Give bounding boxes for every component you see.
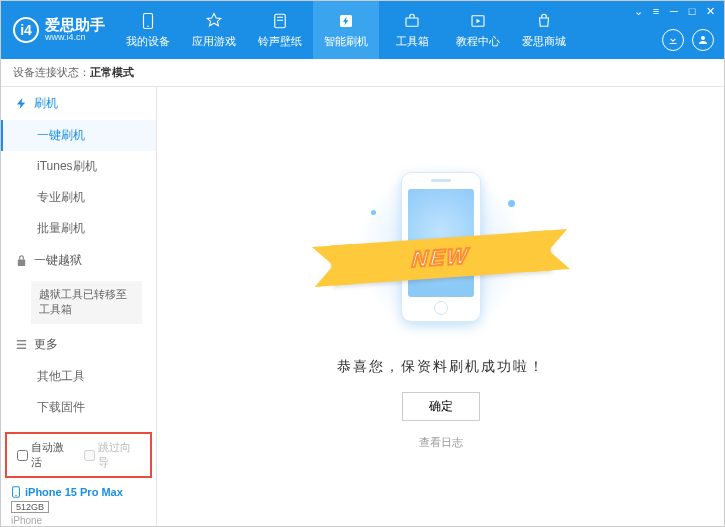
device-icon — [138, 11, 158, 31]
apps-icon — [204, 11, 224, 31]
sidebar: 刷机一键刷机iTunes刷机专业刷机批量刷机一键越狱越狱工具已转移至工具箱更多其… — [1, 87, 157, 527]
app-header: i4 爱思助手 www.i4.cn 我的设备应用游戏铃声壁纸智能刷机工具箱教程中… — [1, 1, 724, 59]
device-info: iPhone 15 Pro Max 512GB iPhone — [1, 480, 156, 527]
sidebar-group[interactable]: 一键越狱 — [1, 244, 156, 277]
flash-icon — [336, 11, 356, 31]
sidebar-item[interactable]: 批量刷机 — [1, 213, 156, 244]
shop-icon — [534, 11, 554, 31]
svg-rect-2 — [275, 14, 286, 28]
nav-apps[interactable]: 应用游戏 — [181, 1, 247, 59]
sidebar-item[interactable]: 其他工具 — [1, 361, 156, 392]
window-controls: ⌄ ≡ ─ □ ✕ — [632, 5, 716, 17]
success-illustration: NEW — [361, 160, 521, 340]
sidebar-item[interactable]: 一键刷机 — [1, 120, 156, 151]
svg-rect-6 — [18, 260, 25, 267]
tutorial-icon — [468, 11, 488, 31]
sidebar-group[interactable]: 更多 — [1, 328, 156, 361]
device-storage: 512GB — [11, 501, 49, 513]
device-status-bar: 设备连接状态： 正常模式 — [1, 59, 724, 87]
close-icon[interactable]: ✕ — [704, 5, 716, 17]
maximize-icon[interactable]: □ — [686, 5, 698, 17]
logo-icon: i4 — [13, 17, 39, 43]
svg-point-8 — [15, 495, 16, 496]
nav-flash[interactable]: 智能刷机 — [313, 1, 379, 59]
auto-activate-checkbox[interactable]: 自动激活 — [17, 440, 74, 470]
svg-point-1 — [147, 26, 149, 28]
nav-toolbox[interactable]: 工具箱 — [379, 1, 445, 59]
device-name[interactable]: iPhone 15 Pro Max — [11, 486, 146, 498]
device-type: iPhone — [11, 515, 146, 526]
sidebar-item[interactable]: 高级功能 — [1, 423, 156, 430]
user-icon[interactable] — [692, 29, 714, 51]
nav-shop[interactable]: 爱思商城 — [511, 1, 577, 59]
sidebar-group[interactable]: 刷机 — [1, 87, 156, 120]
view-log-link[interactable]: 查看日志 — [419, 435, 463, 450]
nav-device[interactable]: 我的设备 — [115, 1, 181, 59]
main-nav: 我的设备应用游戏铃声壁纸智能刷机工具箱教程中心爱思商城 — [115, 1, 577, 59]
minimize-icon[interactable]: ─ — [668, 5, 680, 17]
nav-ringtone[interactable]: 铃声壁纸 — [247, 1, 313, 59]
status-label: 设备连接状态： — [13, 65, 90, 80]
app-logo: i4 爱思助手 www.i4.cn — [1, 17, 115, 43]
status-value: 正常模式 — [90, 65, 134, 80]
settings-icon[interactable]: ⌄ — [632, 5, 644, 17]
main-content: NEW 恭喜您，保资料刷机成功啦！ 确定 查看日志 — [157, 87, 724, 527]
skip-guide-checkbox[interactable]: 跳过向导 — [84, 440, 141, 470]
options-row: 自动激活 跳过向导 — [5, 432, 152, 478]
nav-tutorial[interactable]: 教程中心 — [445, 1, 511, 59]
svg-rect-4 — [406, 18, 418, 26]
success-message: 恭喜您，保资料刷机成功啦！ — [337, 358, 545, 376]
sidebar-item: 越狱工具已转移至工具箱 — [31, 281, 142, 324]
download-icon[interactable] — [662, 29, 684, 51]
ok-button[interactable]: 确定 — [402, 392, 480, 421]
toolbox-icon — [402, 11, 422, 31]
app-url: www.i4.cn — [45, 33, 105, 43]
sidebar-item[interactable]: iTunes刷机 — [1, 151, 156, 182]
menu-icon[interactable]: ≡ — [650, 5, 662, 17]
app-name: 爱思助手 — [45, 17, 105, 34]
sidebar-item[interactable]: 下载固件 — [1, 392, 156, 423]
ringtone-icon — [270, 11, 290, 31]
sidebar-item[interactable]: 专业刷机 — [1, 182, 156, 213]
